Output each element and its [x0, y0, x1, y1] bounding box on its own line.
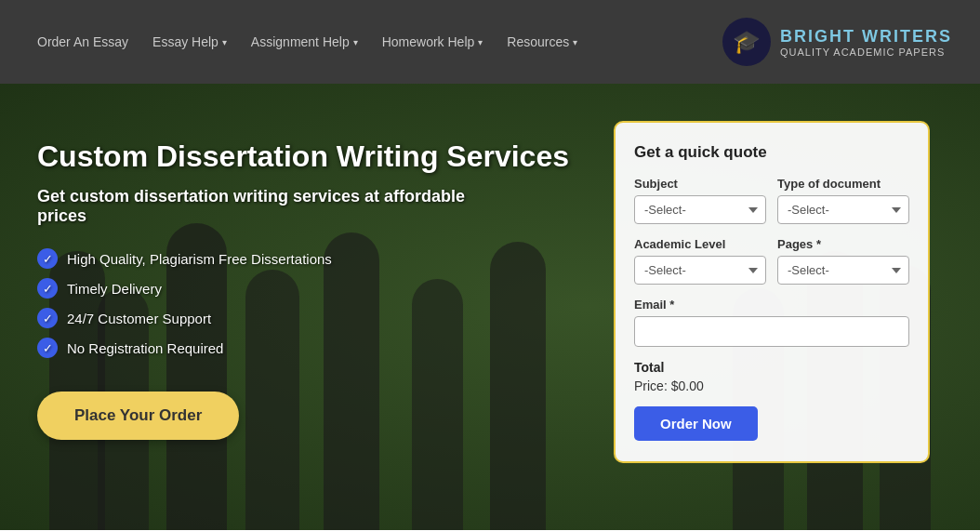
logo-subtitle: QUALITY ACADEMIC PAPERS	[780, 46, 952, 58]
order-now-button[interactable]: Order Now	[634, 406, 758, 441]
check-icon-1: ✓	[37, 248, 58, 269]
email-label: Email *	[634, 298, 909, 312]
check-icon-2: ✓	[37, 278, 58, 299]
price-label: Price:	[634, 378, 668, 393]
check-icon-4: ✓	[37, 338, 58, 358]
feature-1-text: High Quality, Plagiarism Free Dissertati…	[67, 251, 332, 267]
feature-2-text: Timely Delivery	[67, 281, 162, 297]
nav-homework-help[interactable]: Homework Help ▾	[373, 27, 493, 57]
price-value: $0.00	[671, 378, 704, 393]
subject-select[interactable]: -Select-	[634, 195, 766, 224]
pages-column: Pages * -Select-	[777, 237, 909, 285]
feature-4-text: No Registration Required	[67, 340, 223, 356]
email-field-group: Email *	[634, 298, 909, 347]
doc-type-label: Type of document	[777, 177, 909, 191]
price-display: Price: $0.00	[634, 378, 909, 393]
feature-3: ✓ 24/7 Customer Support	[37, 308, 595, 328]
hero-content: Custom Dissertation Writing Services Get…	[37, 121, 595, 440]
navigation: Order An Essay Essay Help ▾ Assignment H…	[0, 0, 980, 84]
quote-form-title: Get a quick quote	[634, 143, 909, 162]
check-icon-3: ✓	[37, 308, 58, 328]
hero-features-list: ✓ High Quality, Plagiarism Free Disserta…	[37, 248, 595, 358]
logo-title: BRIGHT WRITERS	[780, 27, 952, 46]
email-input[interactable]	[634, 316, 909, 347]
hero-subtitle: Get custom dissertation writing services…	[37, 187, 483, 226]
feature-2: ✓ Timely Delivery	[37, 278, 595, 299]
doc-type-column: Type of document -Select-	[777, 177, 909, 224]
logo-icon: 🎓	[722, 18, 771, 66]
place-order-button[interactable]: Place Your Order	[37, 392, 239, 440]
pages-label: Pages *	[777, 237, 909, 251]
quote-form: Get a quick quote Subject -Select- Type …	[614, 121, 930, 463]
subject-label: Subject	[634, 177, 766, 191]
feature-4: ✓ No Registration Required	[37, 338, 595, 358]
nav-resources[interactable]: Resources ▾	[497, 27, 587, 57]
hero-section: Custom Dissertation Writing Services Get…	[0, 84, 980, 530]
subject-column: Subject -Select-	[634, 177, 766, 224]
total-label: Total	[634, 360, 909, 375]
pages-select[interactable]: -Select-	[777, 256, 909, 285]
nav-essay-help[interactable]: Essay Help ▾	[143, 27, 236, 57]
academic-level-column: Academic Level -Select-	[634, 237, 766, 285]
form-row-subject-doctype: Subject -Select- Type of document -Selec…	[634, 177, 909, 224]
resources-chevron-icon: ▾	[573, 37, 577, 47]
nav-assignment-help[interactable]: Assignment Help ▾	[242, 27, 367, 57]
feature-3-text: 24/7 Customer Support	[67, 311, 211, 326]
nav-order-essay[interactable]: Order An Essay	[28, 27, 138, 57]
feature-1: ✓ High Quality, Plagiarism Free Disserta…	[37, 248, 595, 269]
essay-help-chevron-icon: ▾	[222, 37, 227, 47]
total-section: Total Price: $0.00	[634, 360, 909, 393]
academic-level-select[interactable]: -Select-	[634, 256, 766, 285]
homework-help-chevron-icon: ▾	[478, 37, 483, 47]
assignment-help-chevron-icon: ▾	[353, 37, 358, 47]
form-row-level-pages: Academic Level -Select- Pages * -Select-	[634, 237, 909, 285]
hero-title: Custom Dissertation Writing Services	[37, 139, 595, 174]
academic-level-label: Academic Level	[634, 237, 766, 251]
logo: 🎓 BRIGHT WRITERS QUALITY ACADEMIC PAPERS	[722, 18, 952, 66]
doc-type-select[interactable]: -Select-	[777, 195, 909, 224]
nav-links: Order An Essay Essay Help ▾ Assignment H…	[28, 27, 587, 57]
